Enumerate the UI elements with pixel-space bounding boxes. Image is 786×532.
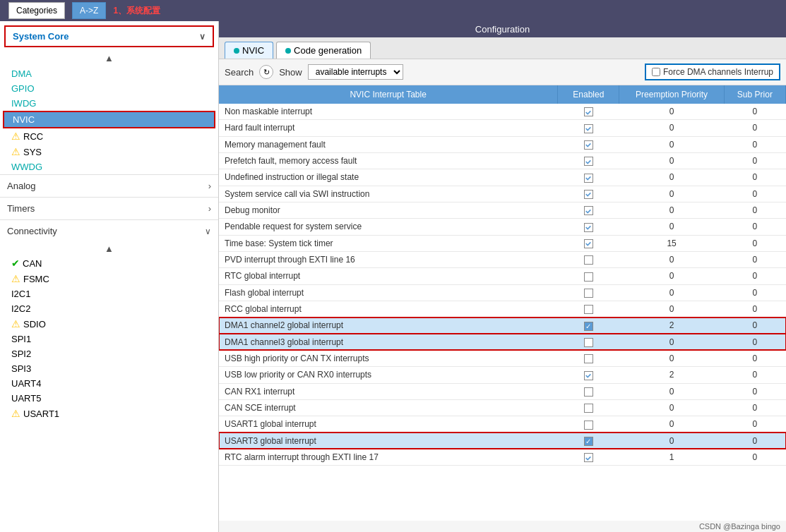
table-row: RCC global interrupt00 xyxy=(219,301,786,317)
interrupt-name: Debug monitor xyxy=(219,202,558,218)
interrupt-enabled[interactable]: ✓ xyxy=(558,318,619,334)
sidebar-item-uart5[interactable]: UART5 xyxy=(0,391,218,406)
interrupt-enabled[interactable]: ✓ xyxy=(558,433,619,449)
sidebar-item-iwdg[interactable]: IWDG xyxy=(0,96,218,111)
tab-nvic[interactable]: NVIC xyxy=(225,42,273,59)
interrupt-enabled[interactable] xyxy=(558,350,619,366)
interrupt-name: RCC global interrupt xyxy=(219,301,558,317)
interrupt-enabled[interactable] xyxy=(558,202,619,218)
table-row: RTC global interrupt00 xyxy=(219,268,786,284)
fsmc-label: FSMC xyxy=(23,274,49,284)
col-header-name: NVIC Interrupt Table xyxy=(219,85,558,104)
interrupt-enabled[interactable] xyxy=(558,367,619,383)
table-row: Flash global interrupt00 xyxy=(219,284,786,301)
code-gen-tab-label: Code generation xyxy=(294,45,362,56)
sidebar-item-wwdg[interactable]: WWDG xyxy=(0,159,218,174)
interrupt-preemption: 15 xyxy=(619,235,724,251)
table-row: USART3 global interrupt✓00 xyxy=(219,433,786,449)
az-tab[interactable]: A->Z xyxy=(72,2,106,19)
interrupt-sub: 0 xyxy=(724,169,785,186)
interrupt-enabled[interactable] xyxy=(558,251,619,267)
interrupt-preemption: 0 xyxy=(619,268,724,284)
connectivity-label: Connectivity xyxy=(7,226,57,236)
interrupt-enabled[interactable] xyxy=(558,120,619,136)
interrupt-name: PVD interrupt through EXTI line 16 xyxy=(219,251,558,267)
interrupt-sub: 0 xyxy=(724,350,785,366)
system-core-label: System Core xyxy=(13,31,69,42)
categories-tab[interactable]: Categories xyxy=(8,2,65,19)
force-dma-checkbox[interactable] xyxy=(652,68,660,76)
warning-icon-fsmc: ⚠ xyxy=(11,273,20,284)
interrupt-enabled[interactable] xyxy=(558,383,619,399)
interrupt-enabled[interactable] xyxy=(558,169,619,186)
scroll-up-connectivity[interactable]: ▲ xyxy=(0,242,218,255)
table-row: Prefetch fault, memory access fault00 xyxy=(219,152,786,169)
sdio-label: SDIO xyxy=(23,319,46,330)
sidebar-item-rcc[interactable]: ⚠ RCC xyxy=(0,128,218,144)
sidebar-item-spi3[interactable]: SPI3 xyxy=(0,361,218,376)
interrupt-sub: 0 xyxy=(724,235,785,251)
interrupt-enabled[interactable] xyxy=(558,235,619,251)
interrupt-name: USART1 global interrupt xyxy=(219,416,558,433)
config-title: Configuration xyxy=(219,21,786,37)
timers-section[interactable]: Timers › xyxy=(0,197,218,219)
force-dma-box: Force DMA channels Interrup xyxy=(645,64,780,80)
can-label: CAN xyxy=(23,258,42,269)
sidebar-item-nvic[interactable]: NVIC xyxy=(3,111,215,128)
warning-icon-usart1: ⚠ xyxy=(11,408,20,419)
sidebar-item-spi2[interactable]: SPI2 xyxy=(0,346,218,361)
search-icon-btn[interactable]: ↻ xyxy=(259,65,273,79)
interrupt-sub: 0 xyxy=(724,334,785,350)
connectivity-section[interactable]: Connectivity ∨ xyxy=(0,219,218,242)
show-select[interactable]: available interrupts xyxy=(308,64,403,80)
sidebar-item-can[interactable]: ✔ CAN xyxy=(0,255,218,271)
interrupt-preemption: 0 xyxy=(619,202,724,218)
interrupt-preemption: 0 xyxy=(619,334,724,350)
interrupt-enabled[interactable] xyxy=(558,449,619,465)
warning-icon-rcc: ⚠ xyxy=(11,131,20,142)
table-row: PVD interrupt through EXTI line 1600 xyxy=(219,251,786,267)
interrupt-sub: 0 xyxy=(724,219,785,235)
interrupt-enabled[interactable] xyxy=(558,268,619,284)
table-row: USART1 global interrupt00 xyxy=(219,416,786,433)
system-core-selector[interactable]: System Core ∨ xyxy=(4,25,214,47)
table-row: CAN RX1 interrupt00 xyxy=(219,383,786,399)
sidebar-item-sys[interactable]: ⚠ SYS xyxy=(0,144,218,159)
interrupt-sub: 0 xyxy=(724,318,785,334)
interrupt-table: NVIC Interrupt Table Enabled Preemption … xyxy=(219,85,786,466)
interrupt-enabled[interactable] xyxy=(558,136,619,152)
interrupt-enabled[interactable] xyxy=(558,284,619,301)
sidebar-item-sdio[interactable]: ⚠ SDIO xyxy=(0,316,218,332)
interrupt-sub: 0 xyxy=(724,301,785,317)
interrupt-enabled[interactable] xyxy=(558,334,619,350)
interrupt-enabled[interactable] xyxy=(558,301,619,317)
interrupt-sub: 0 xyxy=(724,416,785,433)
sidebar-item-spi1[interactable]: SPI1 xyxy=(0,332,218,346)
interrupt-name: Flash global interrupt xyxy=(219,284,558,301)
interrupt-sub: 0 xyxy=(724,433,785,449)
sidebar-item-i2c1[interactable]: I2C1 xyxy=(0,286,218,301)
interrupt-name: Memory management fault xyxy=(219,136,558,152)
sidebar-item-usart1[interactable]: ⚠ USART1 xyxy=(0,406,218,421)
sidebar-item-gpio[interactable]: GPIO xyxy=(0,81,218,96)
scroll-up-btn[interactable]: ▲ xyxy=(0,52,218,65)
analog-label: Analog xyxy=(7,181,35,191)
interrupt-enabled[interactable] xyxy=(558,416,619,433)
interrupt-preemption: 0 xyxy=(619,219,724,235)
sidebar-item-dma[interactable]: DMA xyxy=(0,66,218,81)
interrupt-table-container: NVIC Interrupt Table Enabled Preemption … xyxy=(219,85,786,521)
interrupt-enabled[interactable] xyxy=(558,399,619,416)
sidebar-item-fsmc[interactable]: ⚠ FSMC xyxy=(0,271,218,286)
sidebar-item-uart4[interactable]: UART4 xyxy=(0,376,218,391)
interrupt-enabled[interactable] xyxy=(558,186,619,202)
check-icon-can: ✔ xyxy=(11,258,20,269)
interrupt-enabled[interactable] xyxy=(558,152,619,169)
interrupt-enabled[interactable] xyxy=(558,104,619,120)
interrupt-name: RTC global interrupt xyxy=(219,268,558,284)
analog-section[interactable]: Analog › xyxy=(0,174,218,197)
nvic-dot xyxy=(234,48,239,54)
interrupt-enabled[interactable] xyxy=(558,219,619,235)
tab-code-generation[interactable]: Code generation xyxy=(276,42,371,59)
interrupt-name: USB high priority or CAN TX interrupts xyxy=(219,350,558,366)
sidebar-item-i2c2[interactable]: I2C2 xyxy=(0,301,218,316)
